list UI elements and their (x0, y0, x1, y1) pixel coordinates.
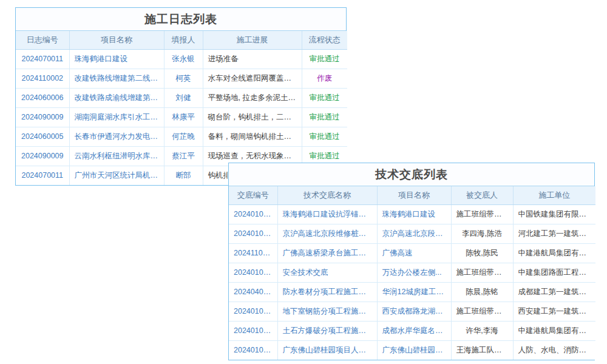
table-row: 2024060006改建铁路成渝线增建第二...刘健平整场地, 拉走多余泥土15… (16, 88, 347, 107)
project-name-column-header: 项目名称 (377, 186, 451, 204)
project-name-cell[interactable]: 改建铁路线增建第二线直... (69, 69, 164, 88)
status-cell: 审批通过 (302, 49, 347, 69)
construction-unit-cell: 中建港航局集团有限... (513, 243, 595, 263)
construction-unit-cell: 人防、水电、消防暖通 (513, 340, 595, 360)
table-row: 2024010003珠海鹤港口建设抗浮锚杆...珠海鹤港口建设施工班组带班...… (229, 204, 595, 224)
disclosed-to-cell: 李四海,陈浩 (451, 224, 513, 243)
disclosure-name-cell[interactable]: 广东佛山碧桂园项目人防... (277, 340, 377, 360)
disclosure-id-cell[interactable]: 2024010004 (229, 224, 277, 243)
construction-unit-cell: 中国铁建集团有限公司 (513, 204, 595, 224)
table-row: 2024010002土石方爆破分项工程施工...成都水岸华庭名苑...许华,李海… (229, 321, 595, 340)
project-name-cell[interactable]: 成都水岸华庭名苑... (377, 321, 451, 340)
disclosure-id-cell[interactable]: 2024110001 (229, 243, 277, 263)
disclosed-to-cell: 许华,李海 (451, 321, 513, 340)
disclosed-to-cell: 陈牧,陈民 (451, 243, 513, 263)
progress-cell: 平整场地, 拉走多余泥土15... (203, 88, 302, 107)
log-id-cell[interactable]: 2024090009 (16, 146, 69, 166)
disclosure-name-cell[interactable]: 防水卷材分项工程施工技... (277, 282, 377, 302)
disclosure-id-cell[interactable]: 2024010002 (229, 302, 277, 321)
progress-cell: 水车对全线遮阳网覆盖点进... (203, 69, 302, 88)
disclosure-name-cell[interactable]: 京沪高速北京段维修桩辅... (277, 224, 377, 243)
reporter-column-header: 填报人 (164, 31, 203, 49)
table-row: 2024060005长春市伊通河水力发电厂...何芷晚备料，砌间墙钩机排土，瓦.… (16, 127, 347, 146)
table-row: 2024090009湖南洞庭湖水库引水工程...林康平砌台阶，钩机排土，二包砌.… (16, 107, 347, 127)
reporter-cell[interactable]: 刘健 (164, 88, 203, 107)
log-id-column-header: 日志编号 (16, 31, 69, 49)
construction-log-panel: 施工日志列表 日志编号项目名称填报人施工进展流程状态 2024070011珠海鹤… (15, 7, 347, 186)
status-column-header: 流程状态 (302, 31, 347, 49)
progress-cell: 砌台阶，钩机排土，二包砌... (203, 107, 302, 127)
project-name-cell[interactable]: 湖南洞庭湖水库引水工程... (69, 107, 164, 127)
project-name-cell[interactable]: 长春市伊通河水力发电厂... (69, 127, 164, 146)
project-name-cell[interactable]: 广东佛山碧桂园项目 (377, 340, 451, 360)
reporter-cell[interactable]: 何芷晚 (164, 127, 203, 146)
disclosed-to-cell: 施工班组带班... (451, 204, 513, 224)
disclosure-name-cell[interactable]: 广佛高速桥梁承台施工技... (277, 243, 377, 263)
construction-unit-cell: 中建港航局集团有限... (513, 321, 595, 340)
project-name-cell[interactable]: 珠海鹤港口建设 (69, 49, 164, 69)
disclosed-to-cell: 陈晨,陈铭 (451, 282, 513, 302)
table-header-row: 日志编号项目名称填报人施工进展流程状态 (16, 31, 347, 49)
table-row: 2024010002地下室钢筋分项工程施工...西安成都路龙湖上...施工班组带… (229, 302, 595, 321)
table-row: 2024010003安全技术交底万达办公楼左侧...施工班组带班...中建集团路… (229, 263, 595, 282)
construction-log-title: 施工日志列表 (16, 8, 346, 31)
construction-unit-cell: 中建集团路面工程有... (513, 263, 595, 282)
disclosure-id-cell[interactable]: 2024010001 (229, 340, 277, 360)
status-cell: 审批通过 (302, 88, 347, 107)
project-name-cell[interactable]: 改建铁路成渝线增建第二... (69, 88, 164, 107)
log-id-cell[interactable]: 2024070011 (16, 166, 69, 185)
progress-cell: 备料，砌间墙钩机排土，瓦... (203, 127, 302, 146)
table-body: 2024010003珠海鹤港口建设抗浮锚杆...珠海鹤港口建设施工班组带班...… (229, 204, 595, 360)
disclosure-name-cell[interactable]: 土石方爆破分项工程施工... (277, 321, 377, 340)
tech-disclosure-title: 技术交底列表 (229, 163, 594, 186)
log-id-cell[interactable]: 2024060005 (16, 127, 69, 146)
log-id-cell[interactable]: 2024090009 (16, 107, 69, 127)
reporter-cell[interactable]: 张永银 (164, 49, 203, 69)
tech-disclosure-table: 交底编号技术交底名称项目名称被交底人施工单位 2024010003珠海鹤港口建设… (229, 186, 595, 360)
progress-cell: 进场准备 (203, 49, 302, 69)
construction-unit-cell: 成都建工第一建筑有... (513, 282, 595, 302)
project-name-cell[interactable]: 珠海鹤港口建设 (377, 204, 451, 224)
project-name-cell[interactable]: 广佛高速 (377, 243, 451, 263)
reporter-cell[interactable]: 断部 (164, 166, 203, 185)
disclosure-name-column-header: 技术交底名称 (277, 186, 377, 204)
status-cell: 审批通过 (302, 107, 347, 127)
status-cell: 审批通过 (302, 127, 347, 146)
disclosure-id-cell[interactable]: 2024010002 (229, 321, 277, 340)
reporter-cell[interactable]: 林康平 (164, 107, 203, 127)
disclosure-id-column-header: 交底编号 (229, 186, 277, 204)
project-name-cell[interactable]: 云南水利枢纽潜明水库一... (69, 146, 164, 166)
project-name-cell[interactable]: 京沪高速北京段维修 (377, 224, 451, 243)
disclosure-name-cell[interactable]: 安全技术交底 (277, 263, 377, 282)
disclosure-name-cell[interactable]: 珠海鹤港口建设抗浮锚杆... (277, 204, 377, 224)
disclosure-id-cell[interactable]: 2024010003 (229, 263, 277, 282)
table-row: 2024110002改建铁路线增建第二线直...柯英水车对全线遮阳网覆盖点进..… (16, 69, 347, 88)
project-name-cell[interactable]: 广州市天河区统计局机房... (69, 166, 164, 185)
table-row: 2024070011珠海鹤港口建设张永银进场准备审批通过 (16, 49, 347, 69)
log-id-cell[interactable]: 2024060006 (16, 88, 69, 107)
construction-unit-cell: 西安建工第一建筑有... (513, 302, 595, 321)
tech-disclosure-panel: 技术交底列表 交底编号技术交底名称项目名称被交底人施工单位 2024010003… (228, 163, 595, 360)
reporter-cell[interactable]: 蔡江平 (164, 146, 203, 166)
construction-unit-cell: 河北建工第一建筑有... (513, 224, 595, 243)
progress-column-header: 施工进展 (203, 31, 302, 49)
table-row: 2024040001防水卷材分项工程施工技...华润12城房建工程...陈晨,陈… (229, 282, 595, 302)
disclosed-to-cell: 王海施工队全队 (451, 340, 513, 360)
project-name-cell[interactable]: 西安成都路龙湖上... (377, 302, 451, 321)
disclosed-to-column-header: 被交底人 (451, 186, 513, 204)
reporter-cell[interactable]: 柯英 (164, 69, 203, 88)
log-id-cell[interactable]: 2024070011 (16, 49, 69, 69)
disclosure-name-cell[interactable]: 地下室钢筋分项工程施工... (277, 302, 377, 321)
construction-log-table: 日志编号项目名称填报人施工进展流程状态 2024070011珠海鹤港口建设张永银… (16, 31, 347, 185)
disclosure-id-cell[interactable]: 2024010003 (229, 204, 277, 224)
disclosed-to-cell: 施工班组带班... (451, 263, 513, 282)
table-row: 2024010001广东佛山碧桂园项目人防...广东佛山碧桂园项目王海施工队全队… (229, 340, 595, 360)
table-header-row: 交底编号技术交底名称项目名称被交底人施工单位 (229, 186, 595, 204)
disclosed-to-cell: 施工班组带班... (451, 302, 513, 321)
status-cell: 作废 (302, 69, 347, 88)
project-name-cell[interactable]: 万达办公楼左侧... (377, 263, 451, 282)
disclosure-id-cell[interactable]: 2024040001 (229, 282, 277, 302)
log-id-cell[interactable]: 2024110002 (16, 69, 69, 88)
project-name-cell[interactable]: 华润12城房建工程... (377, 282, 451, 302)
project-name-column-header: 项目名称 (69, 31, 164, 49)
